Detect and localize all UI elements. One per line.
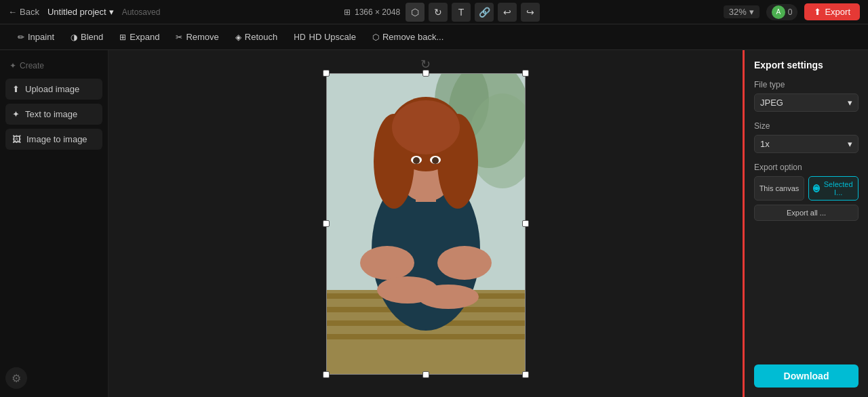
handle-bottom-mid[interactable] [422,371,429,378]
link-tool-button[interactable]: 🔗 [475,3,494,22]
project-name[interactable]: Untitled project ▾ [47,7,114,17]
handle-top-left[interactable] [323,70,330,77]
upload-image-button[interactable]: ⬆ Upload image [5,79,102,100]
remove-bg-icon: ⬡ [372,33,379,42]
handle-mid-right[interactable] [522,220,529,227]
upscale-label: HD Upscale [309,32,356,42]
image-to-image-icon: 🖼 [12,134,21,144]
download-label: Download [784,371,829,381]
image-to-image-button[interactable]: 🖼 Image to image [5,129,102,150]
topbar: ← Back Untitled project ▾ Autosaved ⊞ 13… [0,0,868,24]
upload-icon: ⬆ [12,84,20,94]
canvas-dimensions-value: 1366 × 2048 [355,7,400,17]
sidebar: ✦ Create ⬆ Upload image ✦ Text to image … [0,50,108,397]
remove-button[interactable]: ✂ Remove [169,29,225,45]
size-field: Size 1x ▾ [754,121,859,153]
text-to-image-label: Text to image [25,109,77,119]
select-tool-button[interactable]: ⬡ [406,3,425,22]
svg-rect-9 [326,334,526,339]
canvas-image-content [326,73,526,375]
blend-label: Blend [81,32,103,42]
chevron-down-icon: ▾ [749,7,754,17]
topbar-left: ← Back Untitled project ▾ Autosaved [8,7,160,17]
redo-button[interactable]: ↪ [521,3,540,22]
export-panel-title: Export settings [754,60,859,70]
remove-label: Remove [186,32,218,42]
back-button[interactable]: ← Back [8,7,39,17]
retouch-label: Retouch [245,32,277,42]
canvas-image [326,73,526,375]
svg-point-18 [392,100,460,154]
user-avatar: A [772,5,785,19]
svg-point-12 [437,246,492,280]
main-area: ✦ Create ⬆ Upload image ✦ Text to image … [0,50,868,397]
back-label: Back [20,7,39,17]
rotate-tool-button[interactable]: ↻ [429,3,448,22]
handle-bottom-right[interactable] [522,371,529,378]
remove-bg-label: Remove back... [382,32,443,42]
user-count: 0 [788,7,793,17]
inpaint-button[interactable]: ✏ Inpaint [11,29,61,45]
remove-icon: ✂ [176,33,182,42]
canvas-area[interactable]: ↻ [108,50,743,397]
handle-top-mid[interactable] [422,70,429,77]
radio-selected-indicator [813,184,820,192]
download-button[interactable]: Download [754,364,859,388]
upscale-icon: HD [294,33,305,42]
secondary-toolbar: ✏ Inpaint ◑ Blend ⊞ Expand ✂ Remove ◈ Re… [0,24,868,50]
file-type-select[interactable]: JPEG ▾ [754,93,859,112]
size-select[interactable]: 1x ▾ [754,135,859,153]
handle-bottom-left[interactable] [323,371,330,378]
export-button[interactable]: ⬆ Export [804,3,860,20]
handle-mid-left[interactable] [323,220,330,227]
chevron-down-icon: ▾ [848,139,852,149]
expand-button[interactable]: ⊞ Expand [113,29,166,45]
back-arrow-icon: ← [8,7,17,17]
handle-top-right[interactable] [522,70,529,77]
export-option-label: Export option [754,163,859,172]
canvas-dimensions: ⊞ 1366 × 2048 [344,7,400,17]
size-label: Size [754,121,859,131]
user-badge: A 0 [766,4,798,20]
upscale-button[interactable]: HD HD Upscale [287,29,363,45]
chevron-down-icon: ▾ [109,7,114,17]
undo-button[interactable]: ↩ [498,3,517,22]
file-type-label: File type [754,80,859,89]
retouch-button[interactable]: ◈ Retouch [229,29,284,45]
svg-point-21 [413,157,420,164]
upload-label: Upload image [25,84,79,94]
zoom-control[interactable]: 32% ▾ [724,5,760,18]
text-to-image-button[interactable]: ✦ Text to image [5,104,102,125]
resize-icon: ⊞ [344,7,351,17]
image-container [326,73,526,375]
selected-layer-button[interactable]: Selected I... [808,176,859,201]
create-label: Create [20,61,44,70]
svg-point-22 [432,157,439,164]
export-label: Export [825,7,850,17]
text-tool-button[interactable]: T [452,3,471,22]
text-to-image-icon: ✦ [12,109,20,119]
svg-point-11 [360,246,414,280]
blend-icon: ◑ [71,33,77,42]
file-type-value: JPEG [760,98,783,108]
settings-button[interactable]: ⚙ [5,367,27,389]
inpaint-icon: ✏ [18,33,24,42]
this-canvas-label: This canvas [760,184,800,192]
retouch-icon: ◈ [235,33,241,42]
zoom-value: 32% [729,7,747,17]
export-all-button[interactable]: Export all ... [754,205,859,221]
selected-layer-label: Selected I... [823,180,854,196]
svg-point-24 [418,285,479,309]
remove-bg-button[interactable]: ⬡ Remove back... [366,29,450,45]
export-icon: ⬆ [814,7,821,17]
expand-icon: ⊞ [119,33,126,42]
export-option-row: This canvas Selected I... [754,176,859,201]
chevron-down-icon: ▾ [848,98,852,108]
this-canvas-button[interactable]: This canvas [754,176,804,201]
export-panel: Export settings File type JPEG ▾ Size 1x… [743,50,868,397]
topbar-right: 32% ▾ A 0 ⬆ Export [724,3,860,20]
blend-button[interactable]: ◑ Blend [64,29,110,45]
file-type-field: File type JPEG ▾ [754,80,859,112]
size-value: 1x [760,139,770,149]
radio-dot-inner [814,186,818,190]
